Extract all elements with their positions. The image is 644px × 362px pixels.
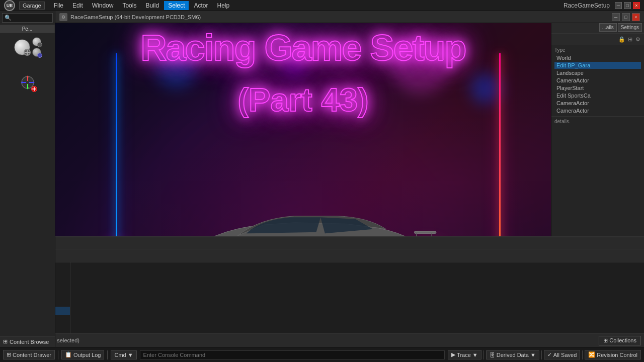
cb-collections-button[interactable]: ⊞ Collections [599, 336, 641, 345]
grid-icon: ⊞ [3, 338, 8, 345]
light-small-group [32, 37, 41, 57]
rp-details-text: details. [551, 117, 644, 126]
menu-build[interactable]: Build [141, 1, 163, 10]
inner-close[interactable]: × [632, 13, 640, 21]
cb-bottom-bar: + 🔍 5 items (1 selected) ⊞ Collections [0, 333, 644, 347]
output-log-button[interactable]: 📋 Output Log [61, 350, 104, 359]
cmd-button[interactable]: Cmd ▼ [111, 350, 136, 359]
rp-icons-bar: 🔒 ⊞ ⚙ [551, 34, 644, 45]
status-right: ▶ Trace ▼ 🗄 Derived Data ▼ ✓ All Saved 🔀… [448, 350, 641, 359]
world-type-camera3[interactable]: CameraActor [554, 107, 641, 114]
derived-data-button[interactable]: 🗄 Derived Data ▼ [486, 350, 539, 359]
workspace-label[interactable]: Garage [19, 2, 45, 10]
window-icon: ⚙ [59, 13, 67, 21]
revision-label: Revision Control [597, 352, 637, 358]
dd-chevron: ▼ [530, 352, 536, 358]
world-type-playerstart[interactable]: PlayerStart [554, 84, 641, 92]
status-sep-3 [484, 350, 484, 359]
content-browser: Content Browse + Add ⬆ Im ▶ Favorites ▼ … [0, 236, 644, 347]
inner-window-titlebar: ⚙ RaceGameSetup (64-bit Development PCD3… [55, 11, 644, 23]
light-badge-small2 [37, 53, 42, 58]
status-sep-1 [58, 350, 58, 359]
menu-edit[interactable]: Edit [68, 1, 87, 10]
video-title-line1: Racing Game Setup [55, 23, 551, 68]
menu-actor[interactable]: Actor [190, 1, 212, 10]
light-badge [24, 49, 31, 56]
maximize-button[interactable]: □ [624, 2, 631, 9]
menu-bar: UE Garage File Edit Window Tools Build S… [0, 0, 644, 11]
world-type-sportscar[interactable]: Edit SportsCa [554, 92, 641, 99]
light-icon-small1[interactable] [32, 37, 41, 46]
rp-grid-icon[interactable]: ⊞ [626, 35, 634, 43]
revision-control-button[interactable]: 🔀 Revision Control [585, 350, 641, 359]
rp-lock-icon[interactable]: 🔒 [618, 35, 626, 43]
menu-select[interactable]: Select [164, 1, 189, 10]
trace-label: Trace [457, 352, 471, 358]
tab-perspective[interactable]: Pe... [0, 25, 55, 33]
inner-restore[interactable]: □ [622, 13, 630, 21]
trace-button[interactable]: ▶ Trace ▼ [448, 350, 481, 359]
menu-help[interactable]: Help [213, 1, 234, 10]
sidebar-tabs: Pe... [0, 25, 55, 33]
chevron-down-icon-cmd: ▼ [128, 352, 133, 358]
output-log-label: Output Log [73, 352, 101, 358]
transform-tools [20, 75, 35, 90]
rp-gear-icon[interactable]: ⚙ [634, 35, 642, 43]
trace-chevron: ▼ [472, 352, 478, 358]
status-sep-4 [541, 350, 542, 359]
move-badge [31, 86, 37, 92]
rp-type-label: Type [554, 47, 641, 53]
status-sep-5 [582, 350, 583, 359]
collections-label: Collections [609, 337, 636, 343]
rp-settings-btn[interactable]: Settings [618, 23, 642, 32]
sidebar-icons-area [0, 33, 55, 94]
content-browse-label: Content Browse [10, 339, 49, 345]
collection-icon: ⊞ [603, 337, 608, 344]
world-type-bp-gara[interactable]: Edit BP_Gara [554, 62, 641, 69]
light-icon-small2[interactable] [32, 48, 41, 57]
light-badge-small1 [37, 42, 42, 47]
close-button[interactable]: × [633, 2, 640, 9]
derived-data-label: Derived Data [497, 352, 529, 358]
save-button[interactable]: ✓ All Saved [544, 350, 580, 359]
console-input[interactable] [140, 350, 445, 359]
video-title-line2: (Part 43) [55, 81, 551, 119]
revision-icon: 🔀 [588, 351, 595, 358]
search-icon: 🔍 [5, 15, 12, 21]
sidebar-search[interactable]: 🔍 [2, 13, 53, 23]
light-icon-group [14, 37, 41, 57]
move-tool[interactable] [20, 75, 35, 90]
status-sep-2 [107, 350, 108, 359]
content-drawer-button[interactable]: ⊞ Content Drawer [3, 350, 55, 359]
world-type-world[interactable]: World [554, 54, 641, 61]
world-type-camera1[interactable]: CameraActor [554, 77, 641, 84]
world-type-list: World Edit BP_Gara Landscape CameraActor… [554, 54, 641, 114]
cb-asset-area [70, 262, 644, 333]
cb-header: Content Browse [0, 237, 644, 249]
status-bar: ⊞ Content Drawer 📋 Output Log Cmd ▼ ▶ Tr… [0, 347, 644, 362]
content-drawer-label: Content Drawer [13, 352, 51, 358]
menu-file[interactable]: File [50, 1, 67, 10]
log-icon: 📋 [65, 351, 72, 358]
inner-minimize[interactable]: ─ [612, 13, 620, 21]
sidebar-toolbar: 🔍 [0, 11, 55, 25]
right-panel-toolbar: ...ails Settings [551, 22, 644, 34]
window-title: RaceGameSetup (64-bit Development PCD3D_… [70, 14, 612, 20]
cmd-label: Cmd [114, 352, 126, 358]
content-browser-section: ⊞ Content Browse [0, 336, 55, 347]
rp-details-btn[interactable]: ...ails [599, 23, 617, 32]
rp-type-section: Type World Edit BP_Gara Landscape Camera… [551, 45, 644, 117]
drawer-icon: ⊞ [7, 351, 11, 358]
content-browser-tab[interactable]: ⊞ Content Browse [0, 336, 55, 347]
world-type-camera2[interactable]: CameraActor [554, 100, 641, 107]
cb-toolbar: + Add ⬆ Im [0, 249, 644, 262]
left-sidebar: 🔍 Pe... [0, 11, 55, 347]
cb-content-area: ▶ Favorites ▼ RaceGameSetu ▶ 📁 Blueprint… [0, 262, 644, 333]
menu-tools[interactable]: Tools [118, 1, 140, 10]
light-icon-large[interactable] [14, 39, 30, 55]
minimize-button[interactable]: ─ [615, 2, 622, 9]
svg-rect-25 [415, 231, 436, 233]
dd-icon: 🗄 [490, 352, 495, 358]
menu-window[interactable]: Window [88, 1, 118, 10]
world-type-landscape[interactable]: Landscape [554, 69, 641, 76]
